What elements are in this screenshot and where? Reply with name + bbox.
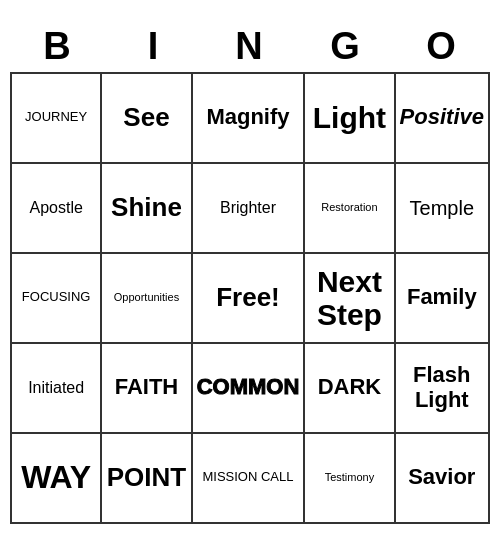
- cell-r4-c4: Savior: [396, 434, 490, 524]
- cell-r2-c3: Next Step: [305, 254, 395, 344]
- cell-r1-c1: Shine: [102, 164, 192, 254]
- cell-text-r4-c4: Savior: [408, 465, 475, 489]
- cell-text-r1-c4: Temple: [410, 197, 474, 219]
- cell-r0-c3: Light: [305, 74, 395, 164]
- cell-r4-c3: Testimony: [305, 434, 395, 524]
- cell-text-r1-c2: Brighter: [220, 199, 276, 217]
- cell-text-r3-c4: Flash Light: [400, 363, 484, 411]
- cell-r4-c0: WAY: [12, 434, 102, 524]
- cell-r1-c3: Restoration: [305, 164, 395, 254]
- cell-text-r0-c4: Positive: [400, 105, 484, 129]
- bingo-card: B I N G O JOURNEYSeeMagnifyLightPositive…: [10, 21, 490, 524]
- cell-r4-c2: MISSION CALL: [193, 434, 306, 524]
- cell-text-r4-c1: POINT: [107, 463, 186, 492]
- cell-r0-c0: JOURNEY: [12, 74, 102, 164]
- cell-r2-c0: FOCUSING: [12, 254, 102, 344]
- cell-text-r3-c1: FAITH: [115, 375, 179, 399]
- header-b: B: [10, 21, 106, 72]
- cell-text-r4-c3: Testimony: [325, 471, 375, 483]
- cell-r2-c4: Family: [396, 254, 490, 344]
- cell-text-r2-c1: Opportunities: [114, 291, 179, 303]
- cell-text-r1-c1: Shine: [111, 193, 182, 222]
- header-i: I: [106, 21, 202, 72]
- cell-r2-c2: Free!: [193, 254, 306, 344]
- cell-text-r1-c0: Apostle: [29, 199, 82, 217]
- header-g: G: [298, 21, 394, 72]
- cell-r4-c1: POINT: [102, 434, 192, 524]
- header-n: N: [202, 21, 298, 72]
- cell-text-r3-c2: COMMON: [197, 375, 300, 399]
- cell-r1-c2: Brighter: [193, 164, 306, 254]
- cell-text-r4-c2: MISSION CALL: [202, 470, 293, 484]
- cell-r0-c1: See: [102, 74, 192, 164]
- cell-text-r2-c0: FOCUSING: [22, 290, 91, 304]
- cell-text-r2-c2: Free!: [216, 283, 280, 312]
- cell-r0-c2: Magnify: [193, 74, 306, 164]
- bingo-header: B I N G O: [10, 21, 490, 72]
- cell-text-r0-c0: JOURNEY: [25, 110, 87, 124]
- cell-text-r0-c2: Magnify: [206, 105, 289, 129]
- cell-r3-c3: DARK: [305, 344, 395, 434]
- cell-r3-c0: Initiated: [12, 344, 102, 434]
- cell-text-r3-c3: DARK: [318, 375, 382, 399]
- cell-text-r2-c4: Family: [407, 285, 477, 309]
- cell-r2-c1: Opportunities: [102, 254, 192, 344]
- cell-r1-c4: Temple: [396, 164, 490, 254]
- header-o: O: [394, 21, 490, 72]
- cell-text-r4-c0: WAY: [21, 460, 91, 495]
- cell-r0-c4: Positive: [396, 74, 490, 164]
- cell-r3-c4: Flash Light: [396, 344, 490, 434]
- cell-text-r3-c0: Initiated: [28, 379, 84, 397]
- bingo-grid: JOURNEYSeeMagnifyLightPositiveApostleShi…: [10, 72, 490, 524]
- cell-r1-c0: Apostle: [12, 164, 102, 254]
- cell-text-r2-c3: Next Step: [309, 265, 389, 331]
- cell-text-r0-c3: Light: [313, 101, 386, 134]
- cell-r3-c2: COMMON: [193, 344, 306, 434]
- cell-text-r0-c1: See: [123, 103, 169, 132]
- cell-text-r1-c3: Restoration: [321, 201, 377, 213]
- cell-r3-c1: FAITH: [102, 344, 192, 434]
